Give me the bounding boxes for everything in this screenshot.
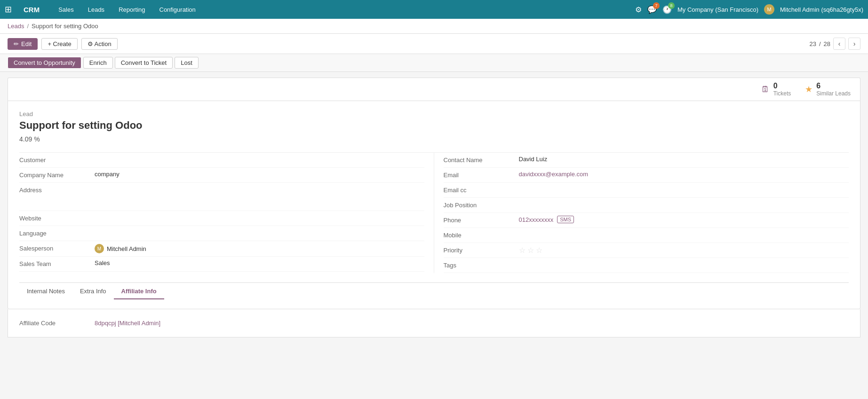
email-value[interactable]: davidxxxx@example.com [519, 171, 849, 178]
breadcrumb-separator: / [27, 23, 29, 30]
probability-unit: % [34, 135, 40, 143]
customer-label: Customer [19, 156, 95, 164]
email-row: Email davidxxxx@example.com [444, 168, 849, 183]
similar-leads-stat[interactable]: ★ 6 Similar Leads [805, 82, 851, 97]
sms-button[interactable]: SMS [557, 216, 574, 223]
convert-opportunity-button[interactable]: Convert to Opportunity [8, 57, 81, 69]
affiliate-code-label: Affiliate Code [19, 320, 95, 327]
salesperson-inner: M Mitchell Admin [95, 244, 424, 253]
nav-leads[interactable]: Leads [86, 4, 107, 16]
phone-number: 012xxxxxxxx [519, 216, 554, 223]
create-button[interactable]: + Create [41, 38, 77, 50]
salesperson-row: Salesperson M Mitchell Admin [19, 241, 424, 257]
priority-star-2[interactable]: ☆ [527, 246, 534, 255]
top-nav: ⊞ CRM Sales Leads Reporting Configuratio… [0, 0, 868, 19]
convert-ticket-button[interactable]: Convert to Ticket [115, 57, 173, 69]
priority-label: Priority [444, 246, 519, 254]
button-bar: Convert to Opportunity Enrich Convert to… [0, 54, 868, 72]
form-col-right: Contact Name David Luiz Email davidxxxx@… [434, 153, 849, 273]
tickets-count: 0 [773, 82, 791, 90]
action-bar: ✏ Edit + Create ⚙ Action 23 / 28 ‹ › [0, 34, 868, 54]
salesperson-label: Salesperson [19, 244, 95, 252]
activity-badge: 8 [668, 2, 675, 9]
edit-button[interactable]: ✏ Edit [8, 38, 38, 50]
website-label: Website [19, 214, 95, 222]
nav-sales[interactable]: Sales [56, 4, 76, 16]
company-name-label: Company Name [19, 171, 95, 179]
stat-bar: 🗓 0 Tickets ★ 6 Similar Leads [8, 78, 860, 101]
similar-leads-info: 6 Similar Leads [816, 82, 851, 97]
nav-prev-button[interactable]: ‹ [833, 38, 845, 50]
breadcrumb: Leads / Support for setting Odoo [0, 19, 868, 34]
nav-count: 23 / 28 ‹ › [809, 38, 860, 50]
tabs-bar: Internal Notes Extra Info Affiliate Info [19, 282, 849, 299]
action-label: ⚙ Action [88, 40, 111, 47]
tab-extra-info[interactable]: Extra Info [72, 283, 114, 299]
job-position-label: Job Position [444, 201, 519, 209]
sales-team-value[interactable]: Sales [95, 259, 424, 266]
app-name[interactable]: CRM [24, 6, 40, 14]
email-cc-row: Email cc [444, 183, 849, 198]
priority-value[interactable]: ☆ ☆ ☆ [519, 246, 849, 255]
enrich-button[interactable]: Enrich [83, 57, 113, 69]
breadcrumb-current: Support for setting Odoo [32, 23, 98, 30]
sales-team-row: Sales Team Sales [19, 257, 424, 272]
top-nav-right: ⚙ 💬 7 🕐 8 My Company (San Francisco) M M… [635, 4, 863, 15]
user-avatar[interactable]: M [764, 4, 774, 15]
contact-name-label: Contact Name [444, 156, 519, 164]
contact-name-value[interactable]: David Luiz [519, 156, 849, 163]
tab-affiliate-info[interactable]: Affiliate Info [114, 283, 164, 299]
mobile-label: Mobile [444, 231, 519, 239]
mobile-row: Mobile [444, 228, 849, 243]
tickets-info: 0 Tickets [773, 82, 791, 97]
chat-icon-btn[interactable]: 💬 7 [647, 5, 657, 14]
affiliate-code-value[interactable]: 8dpqcpj [Mitchell Admin] [95, 320, 160, 327]
phone-inner: 012xxxxxxxx SMS [519, 216, 849, 223]
nav-configuration[interactable]: Configuration [157, 4, 198, 16]
job-position-row: Job Position [444, 198, 849, 213]
chat-badge: 7 [653, 2, 660, 9]
phone-value[interactable]: 012xxxxxxxx SMS [519, 216, 849, 223]
sales-team-label: Sales Team [19, 259, 95, 267]
lost-button[interactable]: Lost [175, 57, 199, 69]
company-name: My Company (San Francisco) [677, 6, 758, 13]
action-button[interactable]: ⚙ Action [81, 38, 118, 50]
app-grid-icon[interactable]: ⊞ [5, 4, 12, 15]
email-label: Email [444, 171, 519, 179]
tickets-stat[interactable]: 🗓 0 Tickets [761, 82, 791, 97]
nav-separator: / [819, 40, 821, 47]
priority-row: Priority ☆ ☆ ☆ [444, 243, 849, 258]
similar-leads-icon: ★ [805, 84, 812, 94]
lead-title: Support for setting Odoo [19, 119, 849, 132]
phone-row: Phone 012xxxxxxxx SMS [444, 213, 849, 228]
website-row: Website [19, 211, 424, 226]
settings-icon-btn[interactable]: ⚙ [635, 5, 642, 14]
similar-leads-label: Similar Leads [816, 90, 851, 97]
tickets-label: Tickets [773, 90, 791, 97]
nav-current: 23 [809, 40, 816, 47]
email-cc-label: Email cc [444, 186, 519, 194]
address-label: Address [19, 186, 95, 194]
contact-name-row: Contact Name David Luiz [444, 153, 849, 168]
priority-star-3[interactable]: ☆ [536, 246, 542, 255]
priority-star-1[interactable]: ☆ [519, 246, 526, 255]
nav-reporting[interactable]: Reporting [116, 4, 147, 16]
form-grid: Customer Company Name company Address We… [19, 152, 849, 273]
salesperson-value[interactable]: M Mitchell Admin [95, 244, 424, 253]
company-name-value[interactable]: company [95, 171, 424, 178]
form-card: Lead Support for setting Odoo 4.09 % Cus… [8, 101, 860, 309]
lead-type: Lead [19, 110, 849, 117]
language-row: Language [19, 226, 424, 241]
nav-total: 28 [824, 40, 830, 47]
activity-icon-btn[interactable]: 🕐 8 [662, 5, 672, 14]
form-col-left: Customer Company Name company Address We… [19, 153, 434, 273]
tab-internal-notes[interactable]: Internal Notes [19, 283, 72, 299]
user-name: Mitchell Admin (sq6ha26gty5x) [780, 6, 863, 13]
customer-row: Customer [19, 153, 424, 168]
probability-value: 4.09 [19, 135, 32, 143]
priority-stars: ☆ ☆ ☆ [519, 246, 849, 255]
similar-leads-count: 6 [816, 82, 851, 90]
main-content: 🗓 0 Tickets ★ 6 Similar Leads Lead Suppo… [0, 72, 868, 343]
nav-next-button[interactable]: › [848, 38, 860, 50]
breadcrumb-parent[interactable]: Leads [8, 23, 24, 30]
